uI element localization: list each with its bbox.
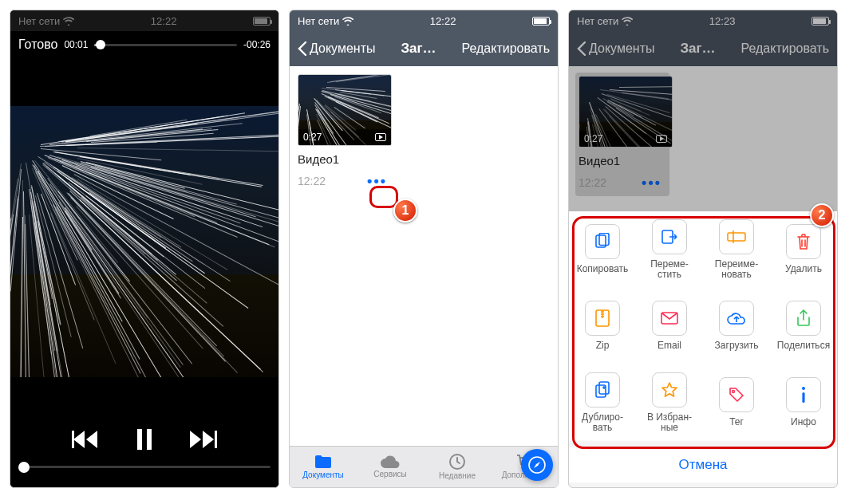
done-button[interactable]: Готово bbox=[18, 37, 57, 52]
action-duplicate[interactable]: Дублиро- вать bbox=[569, 364, 636, 441]
status-bar: Нет сети 12:22 bbox=[290, 10, 558, 31]
action-copy[interactable]: Копировать bbox=[569, 211, 636, 288]
back-button[interactable]: Документы bbox=[298, 41, 375, 56]
action-rename[interactable]: Переиме- новать bbox=[703, 211, 770, 288]
player-top-bar: Готово 00:01 -00:26 bbox=[10, 31, 278, 58]
rename-icon bbox=[727, 230, 746, 243]
tab-services[interactable]: Сервисы bbox=[357, 447, 424, 487]
volume-slider[interactable] bbox=[18, 466, 270, 468]
tab-bar: Документы Сервисы Недавние Дополнения bbox=[290, 446, 558, 487]
browser-fab[interactable] bbox=[521, 449, 553, 481]
action-tag[interactable]: Тег bbox=[703, 364, 770, 441]
player-controls bbox=[10, 418, 278, 487]
more-actions-button[interactable]: ••• bbox=[362, 174, 392, 188]
battery-icon bbox=[532, 17, 550, 26]
wifi-icon bbox=[342, 17, 353, 26]
nav-bar: Документы Заг… Редактировать bbox=[290, 31, 558, 66]
phone-documents-list: Нет сети 12:22 Документы Заг… Редактиров… bbox=[289, 10, 559, 488]
phone-action-sheet: Нет сети 12:23 Документы Заг… Редактиров… bbox=[568, 10, 838, 488]
action-move[interactable]: Переме- стить bbox=[636, 211, 703, 288]
action-sheet: Копировать Переме- стить Переиме- новать… bbox=[569, 211, 837, 487]
clock: 12:22 bbox=[430, 15, 456, 27]
callout-badge-1: 1 bbox=[393, 199, 417, 222]
play-indicator-icon bbox=[375, 133, 386, 141]
file-item[interactable]: 0:27 Видео1 12:22 ••• bbox=[298, 74, 392, 188]
chevron-left-icon bbox=[298, 41, 306, 56]
tag-icon bbox=[728, 386, 745, 404]
share-icon bbox=[796, 309, 811, 327]
prev-track-button[interactable] bbox=[72, 431, 99, 451]
video-frame bbox=[10, 106, 278, 377]
cloud-upload-icon bbox=[727, 310, 746, 326]
move-icon bbox=[661, 228, 678, 246]
svg-rect-17 bbox=[802, 392, 804, 403]
action-email[interactable]: Email bbox=[636, 288, 703, 364]
folder-icon bbox=[314, 455, 332, 469]
duplicate-icon bbox=[594, 381, 611, 399]
compass-icon bbox=[528, 456, 546, 474]
svg-point-16 bbox=[802, 387, 805, 390]
seek-bar[interactable] bbox=[94, 44, 237, 46]
svg-rect-1 bbox=[147, 429, 152, 450]
action-favorite[interactable]: В Избран- ные bbox=[636, 364, 703, 441]
file-thumbnail: 0:27 bbox=[298, 74, 392, 146]
action-info[interactable]: Инфо bbox=[770, 364, 837, 441]
info-icon bbox=[800, 386, 808, 404]
svg-rect-9 bbox=[728, 233, 745, 241]
phone-video-player: Нет сети 12:22 Готово 00:01 -00:26 bbox=[10, 10, 279, 488]
action-share[interactable]: Поделиться bbox=[770, 288, 837, 364]
action-upload[interactable]: Загрузить bbox=[703, 288, 770, 364]
action-zip[interactable]: Zip bbox=[569, 288, 636, 364]
time-remaining: -00:26 bbox=[243, 39, 270, 50]
nav-title: Заг… bbox=[401, 41, 436, 57]
tab-recent[interactable]: Недавние bbox=[424, 447, 491, 487]
next-track-button[interactable] bbox=[190, 431, 217, 451]
star-icon bbox=[661, 381, 678, 399]
carrier-label: Нет сети bbox=[298, 15, 339, 27]
clock-icon bbox=[449, 454, 465, 470]
svg-rect-0 bbox=[137, 429, 142, 450]
cancel-button[interactable]: Отмена bbox=[569, 447, 837, 482]
copy-icon bbox=[594, 233, 611, 250]
cloud-icon bbox=[381, 455, 400, 468]
file-time: 12:22 bbox=[298, 175, 326, 187]
back-label: Документы bbox=[310, 41, 375, 56]
pause-button[interactable] bbox=[136, 429, 153, 453]
file-name: Видео1 bbox=[298, 152, 392, 166]
time-elapsed: 00:01 bbox=[64, 39, 88, 50]
trash-icon bbox=[796, 233, 811, 250]
edit-button[interactable]: Редактировать bbox=[461, 41, 550, 56]
email-icon bbox=[661, 312, 678, 325]
zip-icon bbox=[595, 309, 610, 327]
svg-point-15 bbox=[733, 391, 735, 393]
tab-documents[interactable]: Документы bbox=[290, 447, 357, 487]
callout-badge-2: 2 bbox=[810, 203, 834, 227]
